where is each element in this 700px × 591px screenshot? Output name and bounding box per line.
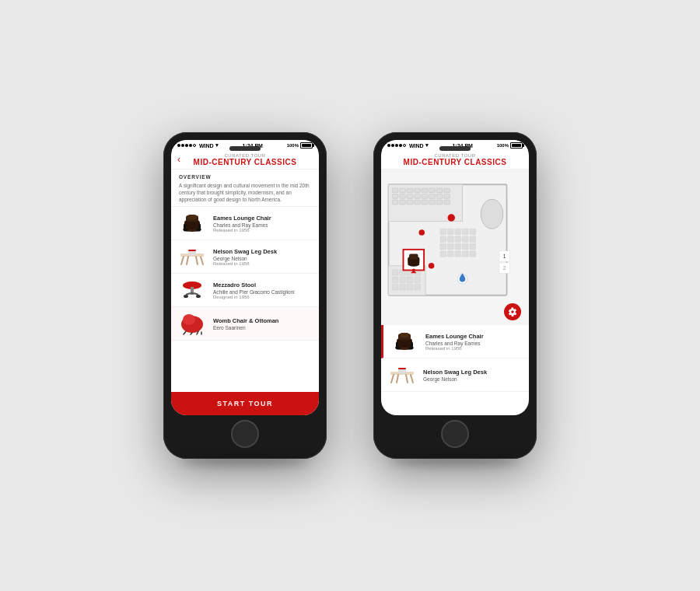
svg-rect-55 [455,229,461,235]
svg-point-88 [429,263,435,269]
svg-rect-46 [407,200,413,205]
item-year-1: Released in 1956 [213,228,313,233]
phone-2: WIND ▾ 1:24 PM 100% CURATED TOUR MID-CEN… [373,132,537,459]
battery-icon-2 [510,142,523,149]
item-designer-4: Eero Saarinen [213,325,313,330]
svg-rect-43 [444,194,450,199]
start-tour-button[interactable]: START TOUR [171,392,319,415]
svg-rect-57 [470,229,476,235]
floor-map[interactable]: 1 2 [381,170,529,325]
svg-rect-29 [400,188,406,193]
app-header-1: ‹ CURATED TOUR MID-CENTURY CLASSICS [171,150,319,170]
list-item[interactable]: Eames Lounge Chair Charles and Ray Eames… [381,325,529,358]
svg-rect-116 [398,368,406,369]
svg-point-86 [448,214,456,222]
battery-icon-1 [300,142,313,149]
svg-point-87 [418,229,425,236]
svg-line-23 [191,333,192,334]
time-1: 1:24 PM [242,143,262,149]
overview-text: A significant design and cultural moveme… [179,182,311,203]
womb-chair-svg [178,312,206,335]
item-designer-1: Charles and Ray Eames [213,222,313,228]
list-item[interactable]: Eames Lounge Chair Charles and Ray Eames… [171,207,319,240]
svg-rect-31 [415,188,421,193]
svg-point-94 [412,269,415,272]
floor-plan-svg: 1 2 [381,170,529,325]
item-year-2: Released in 1958 [213,261,313,266]
svg-rect-35 [444,188,450,193]
svg-rect-78 [392,277,398,283]
svg-rect-50 [436,200,443,205]
svg-rect-34 [436,188,443,193]
svg-line-22 [184,331,186,334]
item-info-selected: Eames Lounge Chair Charles and Ray Eames… [425,333,523,351]
app-header-2: CURATED TOUR MID-CENTURY CLASSICS [381,150,529,170]
svg-rect-28 [392,188,398,193]
svg-rect-47 [415,200,421,205]
selected-item-name: Eames Lounge Chair [425,333,523,340]
svg-rect-61 [463,236,469,243]
svg-rect-65 [455,243,461,250]
wifi-icon-1: ▾ [215,142,219,149]
mezzadro-stool-img [177,278,207,302]
svg-rect-67 [470,243,476,250]
nelson-item-designer: George Nelson [423,376,523,382]
eames-chair-img [177,211,207,236]
overview-section: OVERVIEW A significant design and cultur… [171,170,319,207]
svg-line-10 [201,257,203,264]
status-right-2: 100% [497,142,523,149]
svg-rect-58 [440,236,446,243]
svg-line-111 [391,375,394,383]
svg-text:1: 1 [503,254,506,259]
svg-rect-42 [436,194,443,199]
svg-rect-70 [455,251,461,257]
phone-1: WIND ▾ 1:24 PM 100% ‹ CURATED TOUR [163,132,327,459]
eames-chair-img-2 [390,329,419,354]
svg-rect-41 [429,194,436,199]
svg-rect-85 [415,285,421,291]
item-designer-3: Achille and Pier Giacomo Castiglioni [213,289,313,295]
nelson-desk-img-2 [387,362,417,387]
list-item[interactable]: Mezzadro Stool Achille and Pier Giacomo … [171,274,319,307]
shadow-2 [390,455,520,467]
item-cards: Eames Lounge Chair Charles and Ray Eames… [381,325,529,415]
svg-rect-49 [429,200,436,205]
phone-1-shell: WIND ▾ 1:24 PM 100% ‹ CURATED TOUR [163,132,327,459]
svg-rect-36 [392,194,398,199]
home-button-2[interactable] [441,420,469,448]
svg-rect-72 [470,251,476,257]
item-year-3: Designed in 1956 [213,295,313,299]
item-name-1: Eames Lounge Chair [213,215,313,222]
dot5 [193,144,196,147]
item-info-4: Womb Chair & Ottoman Eero Saarinen [213,317,313,330]
dot2 [181,144,184,147]
list-item[interactable]: Nelson Swag Leg Desk George Nelson [381,358,529,392]
womb-chair-img [177,311,207,336]
phone-2-screen: WIND ▾ 1:24 PM 100% CURATED TOUR MID-CEN… [381,140,529,415]
svg-rect-44 [392,200,398,205]
back-button-1[interactable]: ‹ [177,154,180,165]
camera-fab[interactable] [504,303,521,320]
home-button-1[interactable] [231,420,259,448]
mezzadro-stool-svg [178,279,206,301]
svg-point-18 [196,295,201,298]
svg-point-17 [184,295,188,298]
svg-rect-56 [463,229,469,235]
list-item[interactable]: Nelson Swag Leg Desk George Nelson Relea… [171,240,319,274]
svg-line-12 [196,257,198,264]
item-designer-2: George Nelson [213,256,313,261]
nelson-item-name: Nelson Swag Leg Desk [423,369,523,376]
dot5 [403,144,406,147]
svg-rect-48 [422,200,428,205]
item-info-nelson: Nelson Swag Leg Desk George Nelson [423,369,523,382]
phone-2-shell: WIND ▾ 1:24 PM 100% CURATED TOUR MID-CEN… [373,132,537,459]
overview-label: OVERVIEW [179,174,311,180]
svg-rect-92 [409,254,418,260]
item-name-3: Mezzadro Stool [213,282,313,289]
item-name-4: Womb Chair & Ottoman [213,317,313,324]
tour-title-1: MID-CENTURY CLASSICS [177,158,313,166]
item-info-2: Nelson Swag Leg Desk George Nelson Relea… [213,248,313,266]
list-item[interactable]: Womb Chair & Ottoman Eero Saarinen [171,307,319,341]
nelson-desk-svg-2 [387,364,417,386]
item-info-1: Eames Lounge Chair Charles and Ray Eames… [213,215,313,233]
